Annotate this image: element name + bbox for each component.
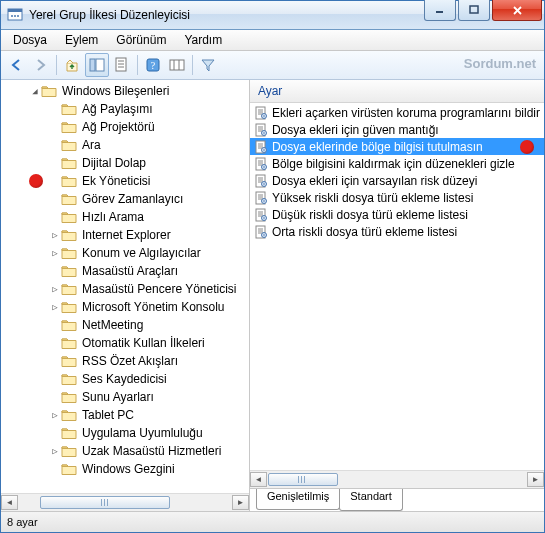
minimize-button[interactable] bbox=[424, 0, 456, 21]
list-scroll[interactable]: Ekleri açarken virüsten koruma programla… bbox=[250, 103, 544, 470]
tree-label: Hızlı Arama bbox=[80, 210, 146, 224]
collapse-icon[interactable]: ◢ bbox=[29, 86, 41, 96]
folder-icon bbox=[61, 390, 77, 404]
folder-icon bbox=[61, 462, 77, 476]
tree-label: RSS Özet Akışları bbox=[80, 354, 180, 368]
setting-row[interactable]: Bölge bilgisini kaldırmak için düzenekle… bbox=[250, 155, 544, 172]
setting-icon bbox=[254, 106, 268, 120]
folder-icon bbox=[61, 336, 77, 350]
tree-item[interactable]: Ağ Projektörü bbox=[1, 118, 249, 136]
tree-item[interactable]: Ses Kaydedicisi bbox=[1, 370, 249, 388]
folder-icon bbox=[61, 300, 77, 314]
tree-item[interactable]: Ek Yöneticisi bbox=[1, 172, 249, 190]
folder-icon bbox=[61, 192, 77, 206]
setting-row[interactable]: Ekleri açarken virüsten koruma programla… bbox=[250, 104, 544, 121]
menu-help[interactable]: Yardım bbox=[176, 31, 230, 49]
expand-icon[interactable]: ▷ bbox=[49, 284, 61, 294]
setting-row[interactable]: Yüksek riskli dosya türü ekleme listesi bbox=[250, 189, 544, 206]
tree-item[interactable]: NetMeeting bbox=[1, 316, 249, 334]
setting-row[interactable]: Orta riskli dosya türü ekleme listesi bbox=[250, 223, 544, 240]
column-header-setting[interactable]: Ayar bbox=[250, 80, 544, 103]
tree-item[interactable]: ▷Masaüstü Pencere Yöneticisi bbox=[1, 280, 249, 298]
statusbar: 8 ayar bbox=[1, 511, 544, 532]
expand-icon[interactable]: ▷ bbox=[49, 230, 61, 240]
tree-item[interactable]: Dijital Dolap bbox=[1, 154, 249, 172]
tree-item[interactable]: Masaüstü Araçları bbox=[1, 262, 249, 280]
list-hscrollbar[interactable]: ◄ ► bbox=[250, 470, 544, 488]
tree-item[interactable]: Hızlı Arama bbox=[1, 208, 249, 226]
folder-icon bbox=[61, 264, 77, 278]
folder-icon bbox=[61, 372, 77, 386]
close-button[interactable] bbox=[492, 0, 542, 21]
tree-label: Windows Bileşenleri bbox=[60, 84, 171, 98]
setting-row[interactable]: Dosya ekleri için varsayılan risk düzeyi bbox=[250, 172, 544, 189]
tree-item[interactable]: Görev Zamanlayıcı bbox=[1, 190, 249, 208]
up-button[interactable] bbox=[61, 54, 83, 76]
app-icon bbox=[7, 7, 23, 23]
tree-label: Uzak Masaüstü Hizmetleri bbox=[80, 444, 223, 458]
tree-item[interactable]: Otomatik Kullan İlkeleri bbox=[1, 334, 249, 352]
tree-item[interactable]: Uygulama Uyumluluğu bbox=[1, 424, 249, 442]
setting-label: Orta riskli dosya türü ekleme listesi bbox=[272, 225, 457, 239]
help-button[interactable]: ? bbox=[142, 54, 164, 76]
maximize-button[interactable] bbox=[458, 0, 490, 21]
app-window: Yerel Grup İlkesi Düzenleyicisi Dosya Ey… bbox=[0, 0, 545, 533]
tree-item[interactable]: Ağ Paylaşımı bbox=[1, 100, 249, 118]
toolbar: ? Sordum.net bbox=[1, 51, 544, 80]
folder-icon bbox=[61, 210, 77, 224]
svg-point-61 bbox=[263, 217, 265, 219]
tree-root[interactable]: ◢Windows Bileşenleri bbox=[1, 82, 249, 100]
menu-file[interactable]: Dosya bbox=[5, 31, 55, 49]
list-pane: Ayar Ekleri açarken virüsten koruma prog… bbox=[250, 80, 544, 511]
tab-extended[interactable]: Genişletilmiş bbox=[256, 489, 340, 510]
tree-item[interactable]: ▷Microsoft Yönetim Konsolu bbox=[1, 298, 249, 316]
svg-point-3 bbox=[14, 15, 16, 17]
setting-label: Ekleri açarken virüsten koruma programla… bbox=[272, 106, 540, 120]
tree-label: Uygulama Uyumluluğu bbox=[80, 426, 205, 440]
setting-icon bbox=[254, 208, 268, 222]
folder-icon bbox=[61, 138, 77, 152]
scroll-right-button[interactable]: ► bbox=[232, 495, 249, 510]
window-title: Yerel Grup İlkesi Düzenleyicisi bbox=[29, 8, 424, 22]
setting-label: Dosya eklerinde bölge bilgisi tutulmasın bbox=[272, 140, 483, 154]
tree-pane: ◢Windows BileşenleriAğ PaylaşımıAğ Proje… bbox=[1, 80, 250, 511]
tree-scroll[interactable]: ◢Windows BileşenleriAğ PaylaşımıAğ Proje… bbox=[1, 80, 249, 493]
expand-icon[interactable]: ▷ bbox=[49, 302, 61, 312]
tree-item[interactable]: ▷Tablet PC bbox=[1, 406, 249, 424]
menu-action[interactable]: Eylem bbox=[57, 31, 106, 49]
show-hide-tree-button[interactable] bbox=[85, 53, 109, 77]
back-button[interactable] bbox=[6, 54, 28, 76]
expand-icon[interactable]: ▷ bbox=[49, 446, 61, 456]
svg-rect-10 bbox=[96, 59, 104, 71]
tree-hscrollbar[interactable]: ◄ ► bbox=[1, 493, 249, 511]
setting-row[interactable]: Dosya ekleri için güven mantığı bbox=[250, 121, 544, 138]
tree-label: Masaüstü Pencere Yöneticisi bbox=[80, 282, 239, 296]
scroll-left-button[interactable]: ◄ bbox=[1, 495, 18, 510]
tree-item[interactable]: RSS Özet Akışları bbox=[1, 352, 249, 370]
menu-view[interactable]: Görünüm bbox=[108, 31, 174, 49]
setting-row[interactable]: Düşük riskli dosya türü ekleme listesi bbox=[250, 206, 544, 223]
folder-icon bbox=[61, 246, 77, 260]
options-button[interactable] bbox=[166, 54, 188, 76]
expand-icon[interactable]: ▷ bbox=[49, 410, 61, 420]
tab-standard[interactable]: Standart bbox=[339, 489, 403, 511]
svg-text:?: ? bbox=[151, 60, 156, 71]
tree-item[interactable]: Windows Gezgini bbox=[1, 460, 249, 478]
svg-rect-6 bbox=[470, 6, 478, 13]
forward-button[interactable] bbox=[30, 54, 52, 76]
setting-row[interactable]: Dosya eklerinde bölge bilgisi tutulmasın bbox=[250, 138, 544, 155]
tree-item[interactable]: Sunu Ayarları bbox=[1, 388, 249, 406]
scroll-right-button[interactable]: ► bbox=[527, 472, 544, 487]
expand-icon[interactable]: ▷ bbox=[49, 248, 61, 258]
folder-icon bbox=[61, 156, 77, 170]
tree-label: Microsoft Yönetim Konsolu bbox=[80, 300, 227, 314]
properties-button[interactable] bbox=[111, 54, 133, 76]
tree-item[interactable]: Ara bbox=[1, 136, 249, 154]
setting-label: Düşük riskli dosya türü ekleme listesi bbox=[272, 208, 468, 222]
filter-button[interactable] bbox=[197, 54, 219, 76]
tree-item[interactable]: ▷Internet Explorer bbox=[1, 226, 249, 244]
tree-item[interactable]: ▷Konum ve Algılayıcılar bbox=[1, 244, 249, 262]
tree-item[interactable]: ▷Uzak Masaüstü Hizmetleri bbox=[1, 442, 249, 460]
scroll-left-button[interactable]: ◄ bbox=[250, 472, 267, 487]
svg-point-67 bbox=[263, 234, 265, 236]
